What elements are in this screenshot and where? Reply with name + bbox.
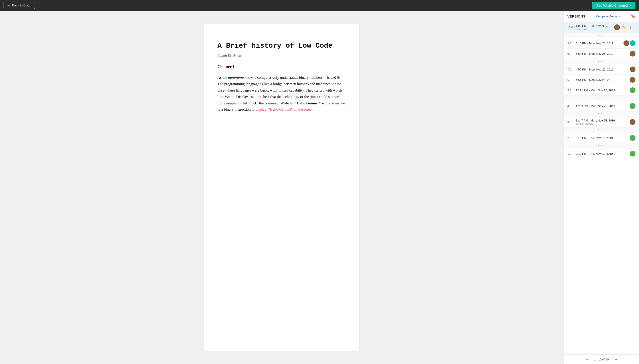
version-item-4[interactable]: 4.0 12:03 PM - Mon, Nov 25, 2019 xyxy=(564,101,639,111)
version-time-7: 4:55 PM - Mon, Nov 25, 2019 xyxy=(576,68,627,71)
prev-page-button[interactable]: ← xyxy=(583,357,591,362)
version-item-8[interactable]: 8.0 5:54 PM - Mon, Nov 25, 2019 xyxy=(564,48,639,59)
version-avatars-8 xyxy=(630,51,635,56)
version-item-6[interactable]: 6.0 4:54 PM - Mon, Nov 25, 2019 xyxy=(564,75,639,85)
version-label-10: Final Draft xyxy=(576,28,612,30)
version-number-2: 2.0 xyxy=(567,136,573,140)
version-time-10: 1:03 PM - Tue, Nov 26, ... xyxy=(576,24,612,28)
version-list: 10.0 1:03 PM - Tue, Nov 26, ... Final Dr… xyxy=(564,22,639,354)
version-avatars-2 xyxy=(630,135,635,141)
version-number-6: 6.0 xyxy=(567,78,573,82)
body-text-as: As xyxy=(217,75,222,80)
version-avatars-1 xyxy=(630,151,635,156)
versions-sidebar: VERSIONS Compare Versions 🔖 10.0 1:03 PM… xyxy=(563,11,639,364)
edit-icon-10[interactable]: ✏️ xyxy=(622,26,626,29)
version-time-8: 5:54 PM - Mon, Nov 25, 2019 xyxy=(576,52,627,56)
version-info-7: 4:55 PM - Mon, Nov 25, 2019 xyxy=(576,68,627,71)
version-item-7[interactable]: 7.0 4:55 PM - Mon, Nov 25, 2019 xyxy=(564,64,639,75)
version-info-3: 11:47 AM - Mon, Nov 25, 2019 Sent for Re… xyxy=(576,119,627,125)
back-arrow-icon: ← xyxy=(7,3,11,7)
version-info-9: 6:15 PM - Mon, Nov 25, 2019 xyxy=(576,42,621,45)
version-number-5: 5.0 xyxy=(567,89,573,92)
back-to-editor-button[interactable]: ← Back to Editor xyxy=(4,2,35,9)
dots-separator-5: • • • xyxy=(564,128,639,133)
version-time-3: 11:47 AM - Mon, Nov 25, 2019 xyxy=(576,119,627,122)
version-number-9: 9.0 xyxy=(567,42,573,45)
document-title: A Brief history of Low Code xyxy=(217,42,346,50)
avatar-9-user2 xyxy=(630,40,635,46)
version-time-5: 12:21 PM - Mon, Nov 25, 2019 xyxy=(576,89,627,92)
restore-icon-10[interactable]: 📋 xyxy=(627,26,631,29)
sidebar-footer: ← 1 - 10 of 10 → xyxy=(564,354,639,364)
dots-separator-4: • • • xyxy=(564,111,639,116)
see-whats-changed-button[interactable]: See What's Changed ▾ xyxy=(592,2,635,9)
sidebar-header: VERSIONS Compare Versions 🔖 xyxy=(564,11,639,22)
avatar-7-user1 xyxy=(630,66,635,72)
version-avatars-5 xyxy=(630,87,635,93)
dots-separator-3: • • • xyxy=(564,96,639,101)
version-actions-10: ✏️ 📋 ⋯ xyxy=(622,26,635,29)
version-number-7: 7.0 xyxy=(567,68,573,71)
version-info-6: 4:54 PM - Mon, Nov 25, 2019 xyxy=(576,78,627,82)
bookmark-icon[interactable]: 🔖 xyxy=(630,14,635,18)
version-avatars-3 xyxy=(630,119,635,125)
version-item-3[interactable]: 3.0 11:47 AM - Mon, Nov 25, 2019 Sent fo… xyxy=(564,116,639,128)
topbar: ← Back to Editor See What's Changed ▾ xyxy=(0,0,639,11)
body-text-pink: to display "Hello Genius!" on the screen… xyxy=(252,107,314,112)
version-time-4: 12:03 PM - Mon, Nov 25, 2019 xyxy=(576,104,627,108)
version-time-9: 6:15 PM - Mon, Nov 25, 2019 xyxy=(576,42,621,45)
avatar-2-user1 xyxy=(630,135,635,141)
avatar-10-user1 xyxy=(614,24,620,30)
main-content: A Brief history of Low Code Rohith Krish… xyxy=(0,11,639,364)
avatar-8-user1 xyxy=(630,51,635,56)
dots-separator-6: • • • xyxy=(564,143,639,148)
avatar-6-user1 xyxy=(630,77,635,83)
avatar-1-user1 xyxy=(630,151,635,156)
avatar-4-user1 xyxy=(630,103,635,109)
document-area: A Brief history of Low Code Rohith Krish… xyxy=(0,11,563,364)
version-number-10: 10.0 xyxy=(567,26,573,29)
version-item-5[interactable]: 5.0 12:21 PM - Mon, Nov 25, 2019 xyxy=(564,85,639,96)
version-avatars-4 xyxy=(630,103,635,109)
version-number-4: 4.0 xyxy=(567,104,573,108)
version-label-3: Sent for Review xyxy=(576,122,627,125)
avatar-3-user1 xyxy=(630,119,635,125)
version-avatars-9 xyxy=(623,40,635,46)
document-chapter: Chapter 1 xyxy=(217,64,346,69)
version-number-8: 8.0 xyxy=(567,52,573,56)
dots-separator-2: • • • xyxy=(564,59,639,64)
version-number-1: 1.0 xyxy=(567,152,573,156)
version-number-3: 3.0 xyxy=(567,120,573,124)
sidebar-title: VERSIONS xyxy=(567,14,585,18)
body-text-deleted-mostofus: most of us xyxy=(228,75,244,80)
dots-separator-1: • • • xyxy=(564,33,639,38)
version-item-2[interactable]: 2.0 6:18 PM - Thu, Nov 21, 2019 xyxy=(564,133,639,143)
body-text-inserted-we: we xyxy=(222,75,227,80)
document-page: A Brief history of Low Code Rohith Krish… xyxy=(204,24,360,351)
compare-versions-link[interactable]: Compare Versions xyxy=(596,15,620,18)
version-avatars-6 xyxy=(630,77,635,83)
next-page-button[interactable]: → xyxy=(612,357,619,362)
version-info-8: 5:54 PM - Mon, Nov 25, 2019 xyxy=(576,52,627,56)
version-info-1: 3:13 PM - Thu, Nov 21, 2019 xyxy=(576,152,627,156)
version-time-6: 4:54 PM - Mon, Nov 25, 2019 xyxy=(576,78,627,82)
version-info-10: 1:03 PM - Tue, Nov 26, ... Final Draft xyxy=(576,24,612,30)
version-info-5: 12:21 PM - Mon, Nov 25, 2019 xyxy=(576,89,627,92)
version-item-10[interactable]: 10.0 1:03 PM - Tue, Nov 26, ... Final Dr… xyxy=(564,22,639,33)
avatar-5-user1 xyxy=(630,87,635,93)
version-time-1: 3:13 PM - Thu, Nov 21, 2019 xyxy=(576,152,627,156)
document-author: Rohith Krishnan xyxy=(217,54,346,58)
body-text-main: know, a computer only understands binary… xyxy=(217,75,345,112)
version-item-1[interactable]: 1.0 3:13 PM - Thu, Nov 21, 2019 xyxy=(564,148,639,159)
avatar-9-user1 xyxy=(623,40,629,46)
document-body: As we most of us know, a computer only u… xyxy=(217,74,346,113)
version-info-4: 12:03 PM - Mon, Nov 25, 2019 xyxy=(576,104,627,108)
version-avatars-7 xyxy=(630,66,635,72)
more-icon-10[interactable]: ⋯ xyxy=(632,26,635,29)
chevron-down-icon: ▾ xyxy=(629,4,631,7)
version-item-9[interactable]: 9.0 6:15 PM - Mon, Nov 25, 2019 xyxy=(564,38,639,48)
pagination-label: 1 - 10 of 10 xyxy=(594,358,609,361)
version-avatars-10 xyxy=(614,24,620,30)
version-info-2: 6:18 PM - Thu, Nov 21, 2019 xyxy=(576,136,627,140)
version-time-2: 6:18 PM - Thu, Nov 21, 2019 xyxy=(576,136,627,140)
